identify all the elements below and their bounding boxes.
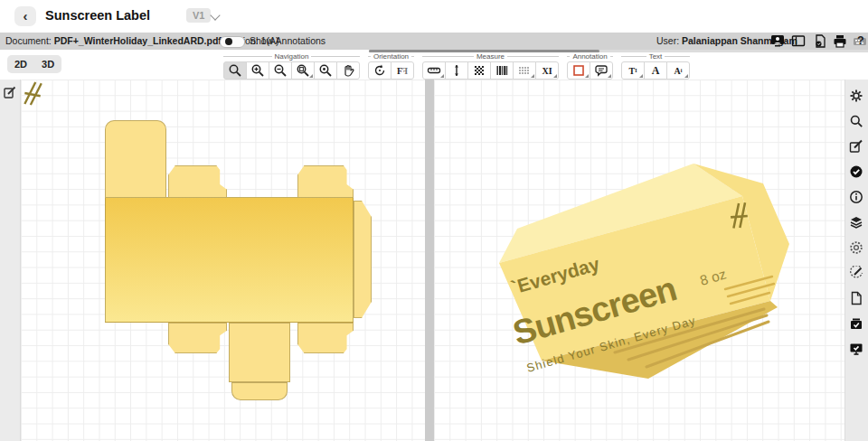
braille-measure-tool[interactable] xyxy=(513,61,536,80)
dither-pattern-icon xyxy=(472,63,486,78)
caliper-icon xyxy=(449,63,464,78)
dieline-2d-canvas[interactable]: 8 oz `Everyday Sunscreen Shield Your Ski… xyxy=(21,80,425,441)
approve-check-icon[interactable] xyxy=(849,164,863,179)
edit-annotation-icon[interactable] xyxy=(849,139,863,154)
dieline-top-flap xyxy=(105,120,166,198)
viewer-toolbar: 2D 3D Navigation xyxy=(0,52,868,80)
zoom-out-icon xyxy=(273,63,288,78)
dieline-top-tuck-b xyxy=(168,165,227,198)
freehand-draw-icon[interactable] xyxy=(849,266,863,280)
zoom-actual-icon xyxy=(318,63,333,78)
dieline-glue-flap xyxy=(354,201,372,318)
screen-share-icon[interactable] xyxy=(770,34,785,48)
dieline-bottom-tuck-c xyxy=(231,382,288,400)
settings-gear-icon[interactable] xyxy=(849,89,863,103)
help-button[interactable]: ? xyxy=(857,34,864,47)
character-info-tool[interactable]: Ai xyxy=(666,61,690,80)
barcode-icon xyxy=(495,63,509,78)
zoom-in-tool[interactable] xyxy=(246,61,269,80)
text-measure-tool[interactable]: XI xyxy=(535,61,559,80)
group-orientation: Orientation F F xyxy=(368,52,414,80)
group-navigation: Navigation xyxy=(223,52,360,80)
red-rectangle-icon xyxy=(571,63,586,78)
render-3d-canvas[interactable]: `Everyday Sunscreen Shield Your Skin, Ev… xyxy=(434,80,844,441)
page-title: Sunscreen Label xyxy=(45,8,150,23)
mirror-tool[interactable]: F F xyxy=(391,61,414,80)
font-info-tool[interactable]: A xyxy=(644,61,667,80)
dieline-bottom-flap-d xyxy=(297,323,354,353)
document-name: PDF+_WinterHoliday_LinkedARD.pdf xyxy=(54,35,222,46)
mode-2d-button[interactable]: 2D xyxy=(7,55,34,73)
right-tool-rail xyxy=(844,80,868,441)
xi-icon: XI xyxy=(542,66,552,76)
task-approved-icon[interactable] xyxy=(849,316,863,331)
back-button[interactable]: ‹ xyxy=(14,6,36,26)
rectangle-annotation-tool[interactable] xyxy=(567,61,590,80)
hand-icon xyxy=(341,63,355,78)
document-bar: Document: PDF+_WinterHoliday_LinkedARD.p… xyxy=(0,33,868,50)
group-annotation: Annotation xyxy=(567,52,613,80)
select-zoom-tool[interactable] xyxy=(223,61,247,80)
ruler-icon xyxy=(427,63,441,78)
pan-tool[interactable] xyxy=(336,61,360,80)
layers-icon[interactable] xyxy=(849,215,863,230)
dieline-bottom-flap-c xyxy=(229,323,290,382)
braille-dots-icon xyxy=(517,63,532,78)
document-report-icon[interactable] xyxy=(813,34,827,48)
group-measure: Measure xyxy=(422,52,559,80)
screen-ruling-tool[interactable] xyxy=(467,61,491,80)
zoom-fit-tool[interactable] xyxy=(291,61,315,80)
group-text: Text TI A Ai xyxy=(621,52,690,80)
barcode-measure-tool[interactable] xyxy=(490,61,514,80)
info-icon[interactable] xyxy=(849,190,863,204)
caliper-measure-tool[interactable] xyxy=(445,61,468,80)
rotate-tool[interactable] xyxy=(368,61,392,80)
document-page-icon[interactable] xyxy=(849,291,863,305)
2d-3d-mode-toggle: 2D 3D xyxy=(7,55,61,73)
brand-logo-glyph xyxy=(21,80,44,107)
rotate-icon xyxy=(373,63,387,78)
mode-3d-button[interactable]: 3D xyxy=(34,55,61,73)
show-annotations-toggle[interactable] xyxy=(220,36,245,48)
print-icon[interactable] xyxy=(833,34,847,48)
zoom-actual-size-tool[interactable] xyxy=(314,61,337,80)
note-annotation-tool[interactable] xyxy=(590,61,613,80)
note-balloon-icon xyxy=(594,63,609,78)
monitor-check-icon[interactable] xyxy=(849,342,863,356)
app-header: ‹ Sunscreen Label V1 xyxy=(0,0,868,33)
canvas-divider[interactable] xyxy=(425,80,434,441)
version-badge[interactable]: V1 xyxy=(186,8,211,23)
dieline-bottom-flap-b xyxy=(168,323,227,353)
seal-icon[interactable] xyxy=(849,240,863,255)
edit-annotation-icon[interactable] xyxy=(4,86,16,99)
ruler-measure-tool[interactable] xyxy=(422,61,446,80)
chevron-down-icon[interactable] xyxy=(210,10,220,20)
search-icon[interactable] xyxy=(849,114,863,128)
show-annotations-label: Show Annotations xyxy=(250,35,326,46)
dieline-top-tuck-d xyxy=(297,165,354,198)
zoom-fit-icon xyxy=(296,63,310,78)
zoom-in-icon xyxy=(250,63,265,78)
3d-box-render: `Everyday Sunscreen Shield Your Skin, Ev… xyxy=(434,80,844,441)
layout-panels-icon[interactable] xyxy=(791,34,806,48)
dieline-main-band xyxy=(105,197,354,323)
zoom-out-tool[interactable] xyxy=(269,61,292,80)
magnifier-icon xyxy=(228,63,242,78)
text-select-tool[interactable]: TI xyxy=(621,61,645,80)
left-tool-strip xyxy=(0,80,21,441)
